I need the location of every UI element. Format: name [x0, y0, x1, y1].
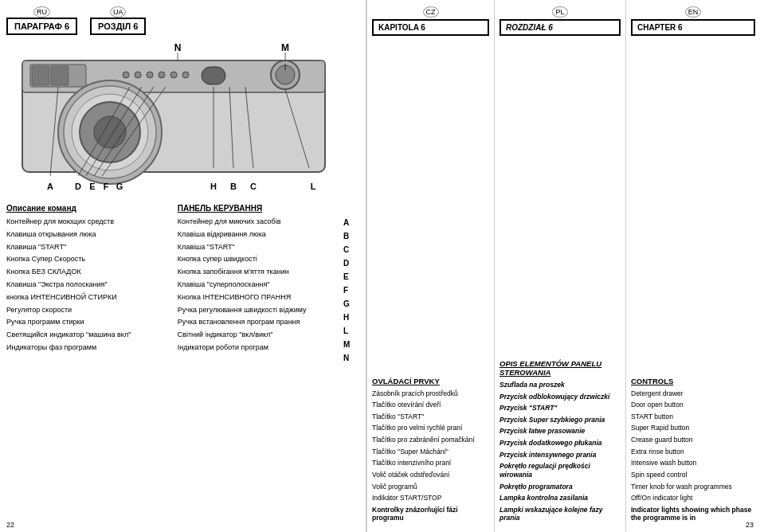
ru-item-2: Клавиша "START" — [6, 243, 174, 252]
pl-item-8: Pokrętło programatora — [499, 483, 621, 491]
pl-column: PL ROZDZIAŁ 6 OPIS ELEMENTÓW PANELU STER… — [494, 0, 625, 532]
en-item-6: Intensive wash button — [631, 459, 755, 467]
ua-item-0: Контейнер для миючих засобів — [178, 217, 342, 226]
en-item-8: Timer knob for wash programmes — [631, 483, 755, 491]
letter-F: F — [343, 286, 359, 295]
letter-H: H — [343, 313, 359, 323]
right-panel: CZ KAPITOLA 6 OVLÁDACÍ PRVKY Zásobník pr… — [366, 0, 760, 532]
cz-item-2: Tlačítko "START" — [372, 413, 489, 421]
svg-text:E: E — [89, 182, 95, 191]
cz-item-10: Kontrolky znázorňující fázi programu — [372, 506, 489, 522]
ua-item-9: Світний індикатор "вкл/викл" — [178, 331, 342, 339]
svg-text:F: F — [104, 182, 109, 191]
pl-item-3: Przycisk Super szybkiego prania — [499, 416, 621, 424]
letter-E: E — [343, 272, 359, 282]
ru-column: Описание команд Контейнер для моющих сре… — [6, 204, 174, 526]
pl-item-6: Przycisk intensywnego prania — [499, 451, 621, 460]
svg-text:M: M — [281, 42, 289, 53]
pl-section-title: OPIS ELEMENTÓW PANELU STEROWANIA — [499, 359, 621, 377]
svg-text:B: B — [230, 182, 237, 191]
en-item-1: Door open button — [631, 401, 755, 409]
svg-rect-4 — [51, 66, 69, 85]
svg-text:A: A — [47, 182, 53, 191]
ru-item-3: Кнопка Супер Скорость — [6, 255, 174, 264]
ua-item-10: Індикатори роботи програм — [178, 343, 342, 352]
pl-item-0: Szuflada na proszek — [499, 381, 621, 389]
en-item-2: START button — [631, 413, 755, 421]
en-chapter-box: CHAPTER 6 — [631, 19, 755, 36]
ru-item-1: Клавиша открывания люка — [6, 230, 174, 239]
letter-column: A B C D E F G H L M N — [343, 218, 359, 526]
svg-text:H: H — [210, 182, 217, 191]
ua-section-title: ПАНЕЛЬ КЕРУВАННЯ — [178, 204, 342, 213]
en-item-10: Indicator lights showing which phase the… — [631, 506, 755, 522]
en-item-7: Spin speed control — [631, 471, 755, 479]
ua-item-6: Кнопка ІНТЕНСИВНОГО ПРАННЯ — [178, 293, 342, 302]
ru-item-8: Ручка программ стирки — [6, 318, 174, 327]
machine-diagram: N M A D E F G H B C L — [6, 37, 359, 204]
cz-section-title: OVLÁDACÍ PRVKY — [372, 377, 489, 385]
ru-item-9: Светящийся индикатор "машина вкл" — [6, 331, 174, 339]
letter-N: N — [343, 354, 359, 363]
en-item-4: Crease guard button — [631, 436, 755, 444]
svg-point-6 — [135, 72, 141, 78]
letter-M: M — [343, 340, 359, 350]
cz-lang-badge: CZ — [423, 6, 439, 18]
cz-item-5: Tlačítko "Super Máchání" — [372, 448, 489, 456]
en-item-3: Super Rapid button — [631, 424, 755, 432]
svg-rect-3 — [32, 66, 49, 85]
svg-text:C: C — [250, 182, 257, 191]
ru-chapter-box: ПАРАГРАФ 6 — [6, 18, 77, 35]
ua-labels: ПАНЕЛЬ КЕРУВАННЯ Контейнер для миючих за… — [178, 204, 342, 526]
cz-item-4: Tlačítko pro zabránění pomačkání — [372, 436, 489, 444]
en-lang-badge: EN — [685, 6, 702, 18]
ua-lang-badge: UA — [110, 6, 127, 18]
en-section-title: CONTROLS — [631, 377, 755, 385]
ua-item-1: Клавіша відкривання люка — [178, 230, 342, 239]
svg-text:L: L — [311, 182, 316, 191]
ua-item-5: Клавіша "суперполоскання" — [178, 280, 342, 289]
svg-text:G: G — [116, 182, 123, 191]
ru-item-0: Контейнер для моющих средств — [6, 217, 174, 226]
letter-B: B — [343, 232, 359, 241]
letter-C: C — [343, 245, 359, 255]
svg-point-8 — [159, 72, 165, 78]
ua-item-7: Ручка регулювання швидкості віджиму — [178, 306, 342, 315]
pl-chapter-box: ROZDZIAŁ 6 — [499, 19, 621, 36]
cz-item-9: Indikátor START/STOP — [372, 494, 489, 503]
letter-L: L — [343, 327, 359, 336]
left-panel: RU ПАРАГРАФ 6 UA РОЗДІЛ 6 — [0, 0, 366, 532]
svg-point-5 — [123, 72, 129, 78]
left-title-row: RU ПАРАГРАФ 6 UA РОЗДІЛ 6 — [6, 6, 359, 35]
page-num-right: 23 — [746, 521, 754, 529]
ua-item-4: Кнопка запобігання м'яття тканин — [178, 268, 342, 276]
pl-item-9: Lampka kontrolna zasilania — [499, 494, 621, 503]
content-columns: Описание команд Контейнер для моющих сре… — [6, 204, 359, 526]
cz-item-8: Volič programů — [372, 483, 489, 491]
en-item-0: Detergent drawer — [631, 389, 755, 398]
ua-item-2: Клавіша "START" — [178, 243, 342, 252]
ua-item-3: Кнопка супер швидкості — [178, 255, 342, 264]
page-num-left: 22 — [6, 521, 14, 529]
cz-chapter-box: KAPITOLA 6 — [372, 19, 489, 36]
svg-point-7 — [147, 72, 153, 78]
cz-item-1: Tlačítko otevírání dveří — [372, 401, 489, 409]
svg-text:D: D — [75, 182, 81, 191]
svg-text:N: N — [174, 42, 182, 53]
cz-item-7: Volič otáček odstřeďování — [372, 471, 489, 479]
ru-item-10: Индикаторы фаз программ — [6, 343, 174, 352]
cz-column: CZ KAPITOLA 6 OVLÁDACÍ PRVKY Zásobník pr… — [366, 0, 494, 532]
letter-A: A — [343, 218, 359, 228]
ua-column: ПАНЕЛЬ КЕРУВАННЯ Контейнер для миючих за… — [178, 204, 359, 526]
ru-item-4: Кнопка БЕЗ СКЛАДОК — [6, 268, 174, 276]
cz-item-0: Zásobník pracích prostředků — [372, 389, 489, 398]
letter-G: G — [343, 299, 359, 309]
pl-lang-badge: PL — [552, 6, 567, 18]
en-item-5: Extra rinse button — [631, 448, 755, 456]
cz-item-3: Tlačítko pro velmi rychlé praní — [372, 424, 489, 432]
pl-item-5: Przycisk dodatkowego płukania — [499, 439, 621, 448]
pl-item-10: Lampki wskazujące kolejne fazy prania — [499, 506, 621, 522]
cz-item-6: Tlačítko intenzivního praní — [372, 459, 489, 467]
pl-item-2: Przycisk "START" — [499, 404, 621, 413]
pl-item-4: Przycisk łatwe prasowanie — [499, 427, 621, 436]
